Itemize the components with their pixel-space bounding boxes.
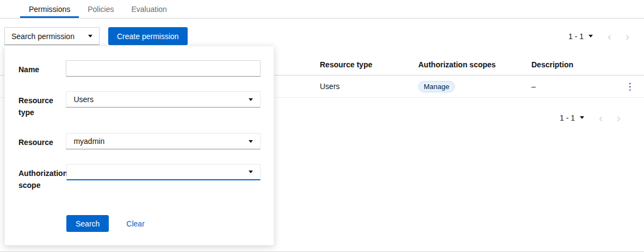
- create-permission-button[interactable]: Create permission: [108, 27, 188, 45]
- pagination-top-range: 1 - 1: [568, 32, 584, 41]
- caret-down-icon: [589, 35, 593, 37]
- authorization-scope-form-row: Authorization scope: [18, 164, 261, 191]
- row-authorization-scopes-cell: Manage: [418, 81, 531, 92]
- resource-field-wrapper: myadmin: [66, 133, 261, 149]
- caret-down-icon: [88, 35, 92, 37]
- tab-permissions[interactable]: Permissions: [20, 0, 79, 18]
- tab-evaluation[interactable]: Evaluation: [123, 0, 176, 18]
- toolbar: Search permission Create permission 1 - …: [0, 18, 644, 45]
- tab-bar: Permissions Policies Evaluation: [0, 0, 644, 18]
- authorization-scope-field-wrapper: [66, 164, 261, 191]
- authorization-scope-badge: Manage: [418, 81, 455, 92]
- pagination-bottom-range: 1 - 1: [560, 114, 575, 122]
- resource-label: Resource: [18, 133, 66, 149]
- name-label: Name: [18, 60, 66, 77]
- authorization-scope-select[interactable]: [66, 164, 261, 180]
- search-button[interactable]: Search: [66, 215, 109, 232]
- resource-type-select-value: Users: [73, 95, 94, 104]
- table-header-authorization-scopes: Authorization scopes: [418, 60, 531, 69]
- chevron-left-icon[interactable]: ‹: [592, 112, 610, 123]
- row-actions-cell: ⋮: [616, 82, 644, 91]
- tab-policies[interactable]: Policies: [79, 0, 122, 18]
- table-header-description: Description: [531, 60, 616, 69]
- resource-type-form-row: Resource type Users: [18, 91, 261, 118]
- chevron-right-icon[interactable]: ›: [618, 30, 636, 42]
- pagination-bottom-inner: 1 - 1 ‹ ›: [560, 112, 628, 123]
- clear-button[interactable]: Clear: [126, 219, 144, 228]
- chevron-left-icon[interactable]: ‹: [600, 30, 618, 42]
- pagination-top: 1 - 1 ‹ ›: [568, 30, 636, 42]
- resource-type-label: Resource type: [18, 91, 66, 118]
- row-description-cell: –: [531, 82, 616, 91]
- search-permission-dropdown-label: Search permission: [11, 32, 75, 41]
- resource-select-value: myadmin: [73, 137, 104, 146]
- caret-down-icon: [249, 98, 253, 101]
- tab-evaluation-label: Evaluation: [132, 5, 167, 14]
- tab-policies-label: Policies: [88, 5, 114, 14]
- caret-down-icon: [580, 116, 584, 119]
- table-header-resource-type: Resource type: [320, 60, 418, 69]
- tab-permissions-label: Permissions: [29, 5, 70, 14]
- resource-select[interactable]: myadmin: [66, 133, 261, 149]
- chevron-right-icon[interactable]: ›: [610, 112, 628, 123]
- row-resource-type-cell: Users: [320, 82, 418, 91]
- search-permission-panel: Name Resource type Users Resource myadmi…: [4, 46, 274, 245]
- search-permission-dropdown[interactable]: Search permission: [4, 27, 100, 45]
- authorization-scope-label: Authorization scope: [18, 164, 66, 191]
- resource-type-field-wrapper: Users: [66, 91, 261, 118]
- pagination-bottom-menu-toggle[interactable]: 1 - 1: [560, 114, 592, 122]
- permissions-page: Permissions Policies Evaluation Search p…: [0, 0, 644, 252]
- caret-down-icon: [249, 171, 253, 173]
- caret-down-icon: [249, 140, 253, 143]
- name-field-wrapper: [66, 60, 261, 77]
- kebab-menu-icon[interactable]: ⋮: [626, 82, 635, 91]
- name-input[interactable]: [66, 60, 261, 77]
- resource-form-row: Resource myadmin: [18, 133, 261, 149]
- pagination-top-menu-toggle[interactable]: 1 - 1: [568, 32, 600, 41]
- search-form-actions: Search Clear: [66, 215, 261, 232]
- name-form-row: Name: [18, 60, 261, 77]
- resource-type-select[interactable]: Users: [66, 91, 261, 108]
